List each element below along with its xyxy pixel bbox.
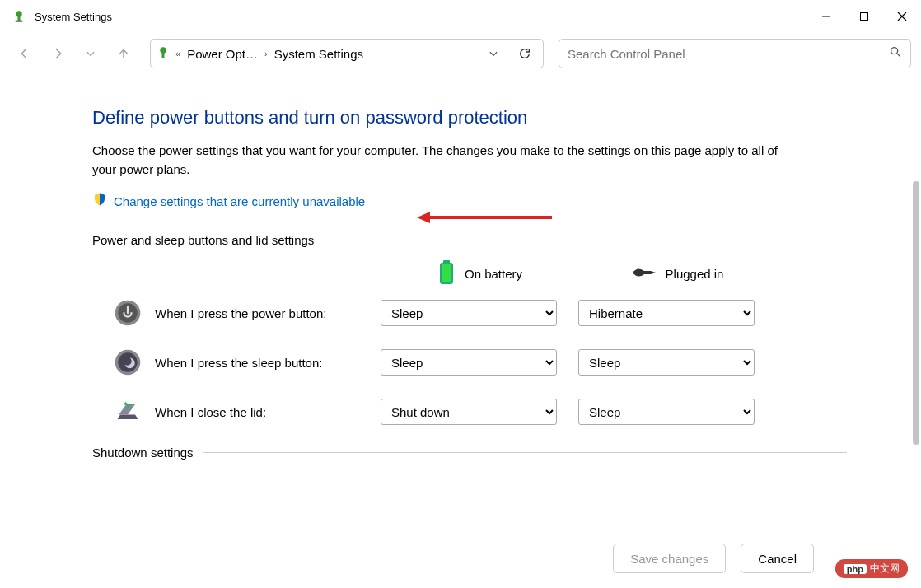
back-button[interactable] [10, 39, 40, 68]
bottom-bar: Save changes Cancel [613, 544, 814, 573]
sleep-button-icon [112, 347, 143, 378]
svg-rect-8 [162, 53, 165, 58]
content-scroll-area: Define power buttons and turn on passwor… [0, 74, 921, 527]
sleep-button-plugged-select[interactable]: Do nothingSleepHibernateShut down [578, 349, 755, 376]
section-header-shutdown: Shutdown settings [92, 446, 847, 460]
close-lid-plugged-select[interactable]: Do nothingSleepHibernateShut down [578, 399, 755, 425]
recent-dropdown[interactable] [76, 39, 105, 68]
close-lid-battery-select[interactable]: Do nothingSleepHibernateShut down [381, 399, 557, 425]
svg-rect-13 [442, 264, 451, 282]
close-lid-icon [112, 396, 143, 427]
address-dropdown[interactable] [480, 40, 507, 67]
watermark-badge: php [844, 564, 867, 574]
address-bar[interactable]: « Power Opt… › System Settings [150, 39, 544, 68]
power-button-plugged-select[interactable]: Do nothingSleepHibernateShut down [578, 300, 755, 326]
watermark: php 中文网 [835, 559, 908, 578]
save-button[interactable]: Save changes [613, 544, 726, 573]
page-intro: Choose the power settings that you want … [92, 142, 801, 179]
setting-label-text: When I press the power button: [155, 306, 326, 320]
power-button-battery-select[interactable]: Do nothingSleepHibernateShut down [381, 300, 557, 326]
search-input[interactable] [568, 47, 889, 61]
setting-row-close-lid: When I close the lid: Do nothingSleepHib… [92, 396, 847, 427]
forward-button[interactable] [43, 39, 72, 68]
window-title: System Settings [35, 11, 807, 23]
divider [324, 240, 847, 240]
sleep-button-battery-select[interactable]: Do nothingSleepHibernateShut down [381, 349, 557, 376]
setting-row-power-button: When I press the power button: Do nothin… [92, 297, 847, 329]
column-headers: On battery Plugged in [92, 259, 847, 289]
setting-label-text: When I close the lid: [155, 405, 266, 419]
svg-rect-2 [16, 21, 23, 22]
watermark-text: 中文网 [870, 562, 900, 576]
up-button[interactable] [109, 39, 138, 68]
svg-rect-4 [861, 13, 868, 21]
power-button-icon [112, 297, 143, 329]
section-label: Shutdown settings [92, 446, 194, 460]
svg-point-7 [160, 47, 166, 54]
search-box[interactable] [559, 39, 911, 68]
section-label: Power and sleep buttons and lid settings [92, 233, 314, 247]
search-icon[interactable] [889, 45, 902, 62]
battery-icon [437, 259, 456, 289]
breadcrumb-icon [156, 45, 171, 63]
setting-label-text: When I press the sleep button: [155, 356, 322, 370]
setting-row-sleep-button: When I press the sleep button: Do nothin… [92, 347, 847, 378]
app-icon [12, 9, 26, 24]
minimize-button[interactable] [807, 0, 845, 33]
breadcrumb-sep: « [175, 49, 180, 58]
svg-line-10 [897, 54, 900, 56]
close-button[interactable] [883, 0, 921, 33]
breadcrumb-parent[interactable]: Power Opt… [185, 47, 259, 61]
section-header-buttons-lid: Power and sleep buttons and lid settings [92, 233, 847, 247]
admin-link-row: Change settings that are currently unava… [92, 192, 847, 210]
change-settings-link[interactable]: Change settings that are currently unava… [114, 194, 365, 208]
plug-icon [631, 264, 657, 283]
shield-icon [92, 192, 107, 210]
scrollbar-thumb[interactable] [913, 181, 919, 445]
column-header-plugged: Plugged in [578, 264, 776, 283]
column-header-battery: On battery [381, 259, 578, 289]
column-label: Plugged in [666, 267, 724, 281]
breadcrumb-current[interactable]: System Settings [273, 47, 365, 61]
navbar: « Power Opt… › System Settings [0, 33, 921, 74]
svg-point-9 [891, 48, 898, 54]
svg-point-0 [16, 11, 22, 17]
cancel-button[interactable]: Cancel [741, 544, 814, 573]
titlebar: System Settings [0, 0, 921, 33]
divider [203, 452, 847, 453]
refresh-button[interactable] [512, 40, 538, 67]
window-controls [807, 0, 921, 33]
column-label: On battery [465, 267, 522, 281]
maximize-button[interactable] [845, 0, 883, 33]
annotation-arrow [428, 216, 552, 219]
chevron-right-icon: › [264, 49, 268, 58]
page-title: Define power buttons and turn on passwor… [92, 107, 847, 128]
